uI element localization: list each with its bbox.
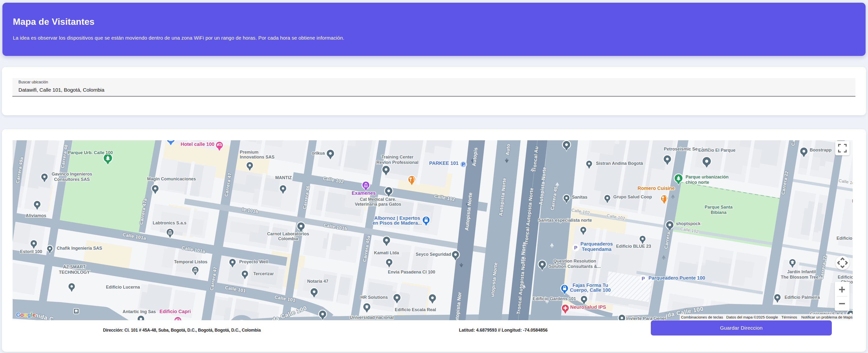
svg-text:P: P (574, 245, 577, 251)
svg-text:Edificio Palmeira: Edificio Palmeira (784, 295, 820, 300)
svg-text:Edificio Gardens 101: Edificio Gardens 101 (533, 296, 576, 301)
svg-text:Sanitas especialista norte: Sanitas especialista norte (538, 218, 592, 223)
svg-text:orikua: orikua (312, 151, 325, 155)
svg-text:MANTIZ: MANTIZ (275, 175, 292, 180)
svg-text:Parque urbanización: Parque urbanización (686, 175, 728, 179)
svg-text:G: G (16, 312, 21, 318)
svg-text:Notificar un problema de Maps: Notificar un problema de Maps (801, 315, 852, 319)
svg-text:Edificio Acu: Edificio Acu (838, 275, 853, 280)
svg-text:Universidad nacional: Universidad nacional (349, 315, 394, 320)
svg-text:Auto: Auto (504, 143, 511, 155)
svg-text:Edificio BLUE 23: Edificio BLUE 23 (616, 244, 651, 249)
svg-text:Jardín Infantil: Jardín Infantil (787, 269, 816, 274)
svg-text:Veterinaria para Gatos: Veterinaria para Gatos (355, 202, 401, 207)
svg-text:Innovations SAS: Innovations SAS (240, 155, 275, 159)
svg-text:Edificio Medi: Edificio Medi (836, 236, 853, 241)
svg-text:Gavinco Ingenieros: Gavinco Ingenieros (52, 172, 92, 177)
svg-text:Estoril 100: Estoril 100 (20, 249, 42, 254)
svg-text:TECHNOLOGY: TECHNOLOGY (59, 270, 90, 275)
svg-text:Tercerizar: Tercerizar (253, 271, 274, 276)
svg-text:Consultores SAS: Consultores SAS (54, 177, 90, 182)
svg-text:Tequendama: Tequendama (582, 246, 612, 252)
svg-text:Edificio Lucerna: Edificio Lucerna (106, 285, 140, 290)
svg-text:Solution Consultants &...: Solution Consultants &... (549, 264, 601, 269)
svg-text:Training Center: Training Center (381, 155, 413, 159)
svg-text:Aliviamos: Aliviamos (26, 213, 46, 218)
svg-text:P: P (642, 276, 645, 281)
svg-text:Kamati Ltda: Kamati Ltda (374, 251, 399, 255)
svg-text:Envia Pasadena Cl 100: Envia Pasadena Cl 100 (388, 270, 435, 274)
svg-text:Parqueaderos: Parqueaderos (580, 241, 613, 246)
svg-text:Edificio Capri: Edificio Capri (160, 309, 191, 314)
svg-text:Seyco Seguridad: Seyco Seguridad (416, 252, 451, 257)
svg-text:Bibiana: Bibiana (711, 210, 726, 215)
svg-text:chico norte: chico norte (686, 180, 709, 185)
svg-text:Romero Cuisine: Romero Cuisine (638, 185, 675, 191)
svg-text:Grupo Salud Coop: Grupo Salud Coop (613, 195, 652, 199)
svg-text:Sistran Andina Bogotá: Sistran Andina Bogotá (596, 161, 643, 166)
svg-text:Parque Santa: Parque Santa (705, 205, 733, 210)
svg-text:AZ SMART: AZ SMART (63, 265, 86, 269)
svg-text:Datos del mapa ©2025 Google: Datos del mapa ©2025 Google (726, 315, 778, 319)
svg-text:Edificio El Parque: Edificio El Parque (698, 148, 735, 153)
svg-text:Revlon Professional: Revlon Professional (376, 160, 418, 165)
svg-text:Edificio Escala Real: Edificio Escala Real (395, 307, 436, 312)
svg-text:Hotel calle 100: Hotel calle 100 (181, 142, 215, 147)
svg-text:Premium: Premium (240, 150, 258, 155)
svg-text:l: l (31, 312, 33, 318)
svg-text:P: P (462, 162, 465, 167)
svg-text:o: o (24, 312, 27, 318)
svg-text:g: g (27, 312, 31, 318)
svg-text:Boostrapp: Boostrapp (810, 148, 832, 152)
svg-text:Sanitas: Sanitas (572, 195, 587, 200)
svg-text:Albornoz | Expertos: Albornoz | Expertos (374, 215, 420, 221)
svg-text:e: e (33, 312, 36, 318)
svg-text:Colombia: Colombia (278, 236, 298, 241)
svg-text:Porta: Porta (852, 199, 853, 204)
svg-text:Carnot Laboratorios: Carnot Laboratorios (267, 231, 309, 236)
svg-text:Neurosalud IPS: Neurosalud IPS (570, 304, 606, 310)
svg-text:Antartic Ing Sas: Antartic Ing Sas (122, 309, 156, 314)
svg-text:The Blossom Tree...: The Blossom Tree... (781, 275, 822, 280)
svg-text:PARKEE 101: PARKEE 101 (429, 160, 459, 166)
svg-text:Magin Comunicaciones: Magin Comunicaciones (147, 177, 196, 181)
svg-text:Fajas Forma Tu: Fajas Forma Tu (572, 283, 608, 288)
svg-text:Question Resolution: Question Resolution (553, 259, 596, 264)
svg-text:o: o (20, 312, 24, 318)
svg-text:Temporal Listos: Temporal Listos (174, 259, 208, 264)
svg-text:Labtronics S.a.s: Labtronics S.a.s (153, 220, 186, 225)
svg-text:Cat Medical Care.: Cat Medical Care. (360, 197, 396, 202)
svg-text:Chafik Ingeniería SAS: Chafik Ingeniería SAS (57, 246, 102, 251)
svg-text:en Pisos de Madera...: en Pisos de Madera... (372, 220, 422, 226)
svg-text:Parque Urb. Calle 100: Parque Urb. Calle 100 (68, 150, 113, 155)
svg-text:Invierte Para Gener: Invierte Para Gener (626, 316, 666, 320)
svg-text:Cuerpo, Calle 100: Cuerpo, Calle 100 (570, 287, 611, 293)
svg-text:Términos: Términos (781, 315, 797, 319)
svg-text:Proyecto Well: Proyecto Well (239, 259, 268, 264)
svg-text:Combinaciones de teclas: Combinaciones de teclas (681, 315, 723, 319)
svg-text:Notaría 47: Notaría 47 (307, 279, 328, 284)
svg-text:shoptspock: shoptspock (676, 221, 701, 226)
svg-text:Examenes: Examenes (352, 190, 376, 196)
svg-text:HR Solutions: HR Solutions (361, 295, 388, 300)
svg-text:Parqueadero Puente 100: Parqueadero Puente 100 (648, 275, 705, 281)
